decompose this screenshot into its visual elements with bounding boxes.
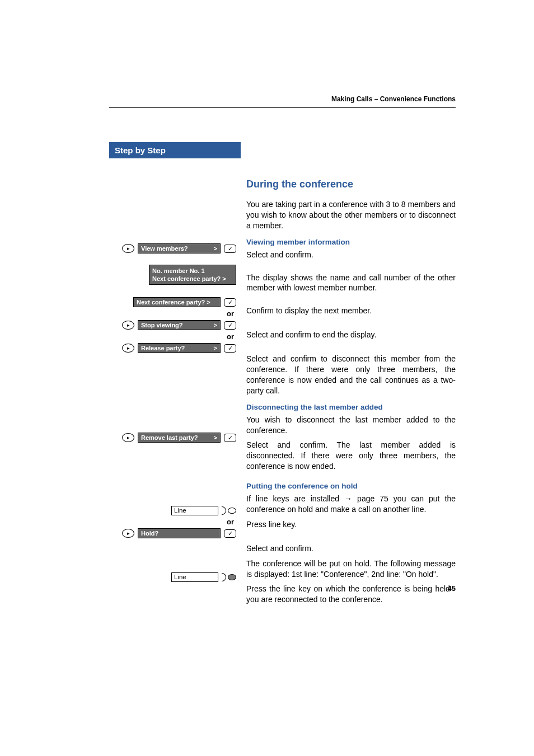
chevron-right-icon: > — [214, 434, 217, 441]
ok-button[interactable]: ✓ — [224, 344, 236, 353]
menu-hold[interactable]: Hold? — [138, 528, 221, 538]
display-member-info: No. member No. 1 Next conference party? … — [149, 265, 236, 285]
check-icon: ✓ — [228, 345, 233, 352]
or-label: or — [109, 309, 236, 318]
left-column: ▸ View members? > ✓ No. member No. 1 Nex… — [109, 158, 241, 583]
chevron-right-icon: > — [214, 245, 217, 252]
check-icon: ✓ — [228, 245, 233, 252]
play-icon: ▸ — [127, 345, 130, 351]
menu-label: Stop viewing? — [141, 322, 183, 328]
line-key[interactable]: Line — [171, 572, 218, 582]
or-label: or — [109, 518, 236, 526]
page-number: 45 — [448, 584, 456, 593]
line-key[interactable]: Line — [171, 506, 218, 515]
subhead-viewing: Viewing member information — [246, 238, 456, 246]
row-stop-viewing: ▸ Stop viewing? > ✓ — [109, 319, 236, 331]
text-stop-viewing: Select and confirm to end the display. — [246, 330, 456, 340]
ok-button[interactable]: ✓ — [224, 434, 236, 442]
check-icon: ✓ — [228, 530, 233, 537]
row-view-members: ▸ View members? > ✓ — [109, 242, 236, 255]
ok-button[interactable]: ✓ — [224, 529, 236, 538]
play-icon: ▸ — [127, 530, 130, 536]
scroll-icon: ▸ — [122, 344, 134, 353]
play-icon: ▸ — [127, 322, 130, 328]
menu-label: Next conference party? > — [137, 299, 210, 306]
row-next-party: Next conference party? > ✓ — [109, 296, 236, 308]
subhead-disconnect-last: Disconnecting the last member added — [246, 403, 456, 411]
led-on-icon — [228, 574, 236, 580]
play-icon: ▸ — [127, 246, 130, 251]
text-release-party: Select and confirm to disconnect this me… — [246, 354, 456, 396]
text-select-hold: Select and confirm. — [246, 543, 456, 554]
text-wish-disconnect: You wish to disconnect the last member a… — [246, 415, 456, 436]
ok-button[interactable]: ✓ — [224, 298, 236, 307]
menu-remove-last[interactable]: Remove last party? > — [138, 433, 221, 443]
menu-label: Hold? — [141, 530, 158, 537]
ok-button[interactable]: ✓ — [224, 321, 236, 330]
text-select-confirm: Select and confirm. — [246, 250, 456, 260]
section-title: During the conference — [246, 179, 456, 190]
ok-button[interactable]: ✓ — [224, 245, 236, 253]
intro-text: You are taking part in a conference with… — [246, 199, 456, 231]
text-on-hold: The conference will be put on hold. The … — [246, 558, 456, 580]
display-line2: Next conference party? > — [152, 275, 233, 283]
check-icon: ✓ — [228, 299, 233, 306]
row-line-key: Line — [109, 504, 236, 516]
row-member-info: No. member No. 1 Next conference party? … — [109, 265, 236, 285]
row-release-party: ▸ Release party? > ✓ — [109, 342, 236, 354]
text-if-line: If line keys are installed → page 75 you… — [246, 494, 456, 515]
display-line1: No. member No. 1 — [152, 267, 205, 275]
scroll-icon: ▸ — [122, 433, 134, 442]
text-display-info: The display shows the name and call numb… — [246, 273, 456, 294]
row-remove-last: ▸ Remove last party? > ✓ — [109, 431, 236, 444]
row-hold: ▸ Hold? ✓ — [109, 527, 236, 539]
menu-stop-viewing[interactable]: Stop viewing? > — [138, 320, 221, 330]
check-icon: ✓ — [228, 434, 233, 442]
subhead-hold: Putting the conference on hold — [246, 482, 456, 490]
chevron-right-icon: > — [214, 322, 217, 328]
menu-release-party[interactable]: Release party? > — [138, 343, 221, 353]
text-confirm-next: Confirm to display the next member. — [246, 306, 456, 316]
menu-label: View members? — [141, 245, 188, 252]
key-arc-icon — [222, 506, 226, 515]
play-icon: ▸ — [127, 435, 130, 440]
scroll-icon: ▸ — [122, 529, 134, 538]
step-by-step-header: Step by Step — [109, 142, 241, 158]
or-label: or — [109, 332, 236, 341]
scroll-icon: ▸ — [122, 321, 134, 330]
row-line-key-on: Line — [109, 571, 236, 583]
chevron-right-icon: > — [214, 345, 217, 351]
running-header: Making Calls – Convenience Functions — [331, 95, 456, 103]
scroll-icon: ▸ — [122, 244, 134, 253]
horizontal-rule — [109, 107, 456, 108]
menu-view-members[interactable]: View members? > — [138, 243, 221, 253]
right-column: During the conference You are taking par… — [241, 158, 456, 609]
text-press-line: Press line key. — [246, 519, 456, 530]
text-press-line-reconnect: Press the line key on which the conferen… — [246, 584, 456, 605]
menu-label: Release party? — [141, 345, 185, 351]
menu-label: Remove last party? — [141, 434, 198, 441]
menu-next-party[interactable]: Next conference party? > — [133, 297, 221, 307]
led-off-icon — [228, 508, 236, 514]
key-arc-icon — [222, 573, 226, 581]
text-remove-last: Select and confirm. The last member adde… — [246, 440, 456, 472]
check-icon: ✓ — [228, 322, 233, 329]
